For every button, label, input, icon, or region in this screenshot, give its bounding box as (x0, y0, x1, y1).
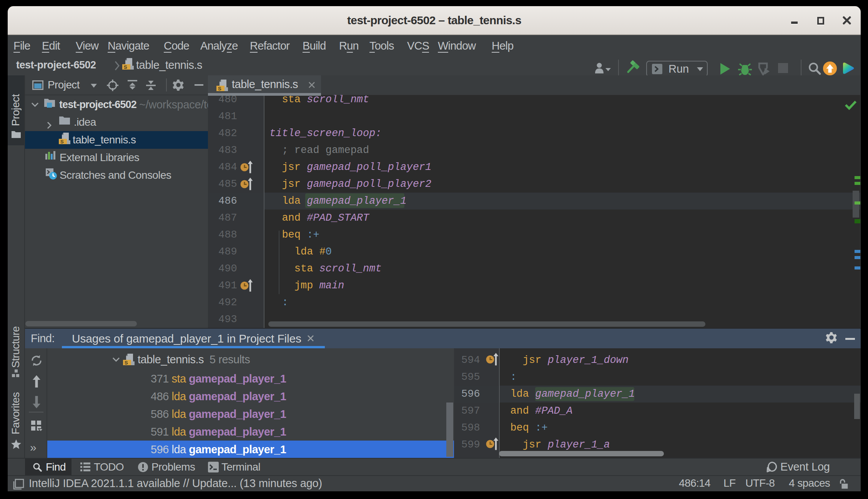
svg-text:S: S (124, 64, 127, 70)
svg-text:S: S (218, 86, 221, 91)
svg-text:S: S (125, 360, 128, 366)
svg-text:S: S (60, 139, 64, 145)
